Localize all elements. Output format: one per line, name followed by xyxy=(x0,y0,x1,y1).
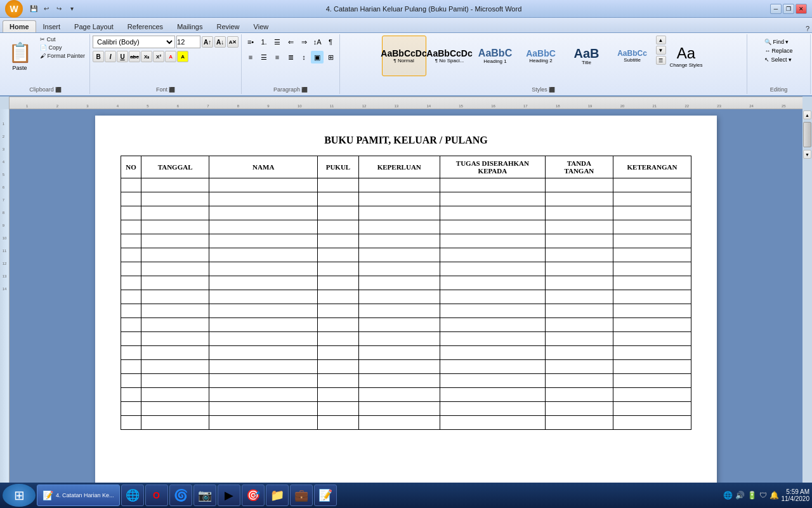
camera-button[interactable]: 📷 xyxy=(193,485,216,506)
font-family-select[interactable]: Calibri (Body) xyxy=(93,36,175,48)
table-cell-10-4[interactable] xyxy=(358,318,440,332)
active-app-button[interactable]: 📝 4. Catatan Harian Ke... xyxy=(37,485,120,506)
table-cell-9-2[interactable] xyxy=(209,304,318,318)
justify-button[interactable]: ≣ xyxy=(284,51,297,64)
table-cell-17-0[interactable] xyxy=(121,416,141,430)
table-cell-7-6[interactable] xyxy=(545,276,613,290)
table-cell-6-5[interactable] xyxy=(440,262,545,276)
table-cell-14-6[interactable] xyxy=(545,374,613,388)
table-cell-2-5[interactable] xyxy=(440,206,545,220)
decrease-indent-button[interactable]: ⇐ xyxy=(284,36,297,48)
folder-button[interactable]: 📁 xyxy=(266,485,289,506)
table-cell-10-0[interactable] xyxy=(121,318,141,332)
font-expand[interactable]: ⬛ xyxy=(169,87,175,93)
table-cell-7-5[interactable] xyxy=(440,276,545,290)
table-cell-9-5[interactable] xyxy=(440,304,545,318)
table-cell-6-0[interactable] xyxy=(121,262,141,276)
table-cell-11-2[interactable] xyxy=(209,332,318,346)
table-cell-8-6[interactable] xyxy=(545,290,613,304)
table-cell-6-7[interactable] xyxy=(613,262,691,276)
minimize-button[interactable]: ─ xyxy=(770,4,782,14)
table-cell-15-7[interactable] xyxy=(613,388,691,402)
table-cell-1-4[interactable] xyxy=(358,192,440,206)
table-cell-4-2[interactable] xyxy=(209,234,318,248)
table-cell-14-4[interactable] xyxy=(358,374,440,388)
save-button[interactable]: 💾 xyxy=(28,4,39,14)
table-cell-16-4[interactable] xyxy=(358,402,440,416)
table-cell-10-3[interactable] xyxy=(318,318,358,332)
style-title[interactable]: AaB Title xyxy=(565,36,609,76)
table-cell-0-7[interactable] xyxy=(613,178,691,192)
table-cell-17-5[interactable] xyxy=(440,416,545,430)
table-cell-6-2[interactable] xyxy=(209,262,318,276)
table-cell-0-5[interactable] xyxy=(440,178,545,192)
table-cell-12-0[interactable] xyxy=(121,346,141,360)
table-cell-8-0[interactable] xyxy=(121,290,141,304)
table-cell-13-0[interactable] xyxy=(121,360,141,374)
table-cell-2-0[interactable] xyxy=(121,206,141,220)
table-cell-17-3[interactable] xyxy=(318,416,358,430)
table-cell-8-7[interactable] xyxy=(613,290,691,304)
table-cell-11-4[interactable] xyxy=(358,332,440,346)
table-cell-9-6[interactable] xyxy=(545,304,613,318)
table-cell-12-2[interactable] xyxy=(209,346,318,360)
media-button[interactable]: ▶ xyxy=(218,485,240,506)
table-cell-11-5[interactable] xyxy=(440,332,545,346)
table-cell-3-4[interactable] xyxy=(358,220,440,234)
ie-button[interactable]: 🌐 xyxy=(121,485,144,506)
table-cell-0-2[interactable] xyxy=(209,178,318,192)
table-cell-12-6[interactable] xyxy=(545,346,613,360)
tab-insert[interactable]: Insert xyxy=(36,20,68,32)
close-button[interactable]: ✕ xyxy=(796,4,807,14)
table-cell-4-4[interactable] xyxy=(358,234,440,248)
table-cell-16-2[interactable] xyxy=(209,402,318,416)
italic-button[interactable]: I xyxy=(105,51,116,62)
table-cell-7-3[interactable] xyxy=(318,276,358,290)
table-cell-16-6[interactable] xyxy=(545,402,613,416)
table-cell-10-1[interactable] xyxy=(141,318,209,332)
table-cell-0-1[interactable] xyxy=(141,178,209,192)
table-cell-3-7[interactable] xyxy=(613,220,691,234)
change-styles-button[interactable]: Aa Change Styles xyxy=(667,36,705,76)
table-cell-7-0[interactable] xyxy=(121,276,141,290)
table-cell-1-7[interactable] xyxy=(613,192,691,206)
table-cell-4-3[interactable] xyxy=(318,234,358,248)
table-cell-14-7[interactable] xyxy=(613,374,691,388)
table-cell-10-5[interactable] xyxy=(440,318,545,332)
table-cell-0-3[interactable] xyxy=(318,178,358,192)
table-cell-8-1[interactable] xyxy=(141,290,209,304)
table-cell-17-4[interactable] xyxy=(358,416,440,430)
clipboard-expand[interactable]: ⬛ xyxy=(55,87,62,93)
table-cell-6-6[interactable] xyxy=(545,262,613,276)
table-cell-5-3[interactable] xyxy=(318,248,358,262)
briefcase-button[interactable]: 💼 xyxy=(290,485,313,506)
table-cell-15-2[interactable] xyxy=(209,388,318,402)
table-cell-2-3[interactable] xyxy=(318,206,358,220)
paste-button[interactable]: 📋 Paste xyxy=(4,36,36,76)
undo-button[interactable]: ↩ xyxy=(41,4,52,14)
font-size-input[interactable] xyxy=(176,36,200,48)
table-cell-5-1[interactable] xyxy=(141,248,209,262)
table-cell-6-3[interactable] xyxy=(318,262,358,276)
table-cell-9-4[interactable] xyxy=(358,304,440,318)
table-cell-14-2[interactable] xyxy=(209,374,318,388)
styles-scroll-more[interactable]: ☰ xyxy=(656,56,666,65)
table-cell-17-2[interactable] xyxy=(209,416,318,430)
styles-expand[interactable]: ⬛ xyxy=(549,87,555,93)
table-cell-13-7[interactable] xyxy=(613,360,691,374)
table-cell-13-3[interactable] xyxy=(318,360,358,374)
table-cell-9-3[interactable] xyxy=(318,304,358,318)
table-cell-10-6[interactable] xyxy=(545,318,613,332)
table-cell-3-1[interactable] xyxy=(141,220,209,234)
table-cell-2-7[interactable] xyxy=(613,206,691,220)
table-cell-3-0[interactable] xyxy=(121,220,141,234)
numbering-button[interactable]: 1. xyxy=(258,36,270,48)
align-center-button[interactable]: ☰ xyxy=(258,51,270,64)
cut-button[interactable]: ✂ Cut xyxy=(38,36,87,43)
table-cell-16-3[interactable] xyxy=(318,402,358,416)
table-cell-9-7[interactable] xyxy=(613,304,691,318)
text-effects-button[interactable]: A xyxy=(165,51,176,62)
table-cell-5-7[interactable] xyxy=(613,248,691,262)
word-task-button[interactable]: 📝 xyxy=(314,485,337,506)
table-cell-5-6[interactable] xyxy=(545,248,613,262)
